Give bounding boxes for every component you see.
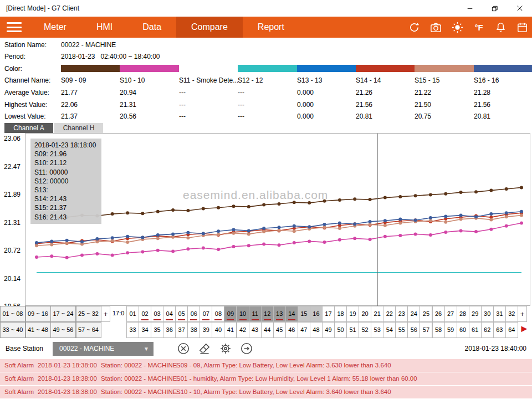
channel-button-59[interactable]: 59 bbox=[444, 322, 457, 338]
channel-button-33[interactable]: 33 bbox=[126, 322, 139, 338]
channel-button-22[interactable]: 22 bbox=[383, 306, 396, 322]
channel-button-29[interactable]: 29 bbox=[469, 306, 482, 322]
channel-button-14[interactable]: 14 bbox=[285, 306, 298, 322]
channel-button-05[interactable]: 05 bbox=[175, 306, 188, 322]
close-button[interactable] bbox=[507, 0, 532, 17]
channel-button-26[interactable]: 26 bbox=[432, 306, 445, 322]
channel-group-button[interactable]: 33 ~ 40 bbox=[0, 322, 25, 338]
nav-item-report[interactable]: Report bbox=[243, 17, 299, 38]
channel-button-32[interactable]: 32 bbox=[505, 306, 518, 322]
channel-button-55[interactable]: 55 bbox=[395, 322, 408, 338]
channel-button-49[interactable]: 49 bbox=[322, 322, 335, 338]
channel-button-57[interactable]: 57 bbox=[420, 322, 432, 338]
channel-button-64[interactable]: 64 bbox=[505, 322, 518, 338]
channel-button-58[interactable]: 58 bbox=[432, 322, 445, 338]
channel-button-41[interactable]: 41 bbox=[224, 322, 237, 338]
channel-button-20[interactable]: 20 bbox=[359, 306, 371, 322]
alarm-row[interactable]: Soft Alarm2018-01-23 18:38:00Station: 00… bbox=[0, 386, 532, 398]
channel-button-40[interactable]: 40 bbox=[212, 322, 224, 338]
channel-button-08[interactable]: 08 bbox=[212, 306, 224, 322]
channel-button-62[interactable]: 62 bbox=[481, 322, 494, 338]
restore-button[interactable] bbox=[482, 0, 507, 17]
channel-button-01[interactable]: 01 bbox=[126, 306, 139, 322]
channel-group-button[interactable]: 41 ~ 48 bbox=[25, 322, 51, 338]
brightness-icon[interactable] bbox=[451, 21, 464, 34]
alarm-bell-icon[interactable] bbox=[494, 21, 507, 34]
channel-button-12[interactable]: 12 bbox=[261, 306, 274, 322]
tab-channel-a[interactable]: Channel A bbox=[4, 123, 53, 133]
channel-button-50[interactable]: 50 bbox=[334, 322, 347, 338]
channel-button-15[interactable]: 15 bbox=[298, 306, 310, 322]
camera-icon[interactable] bbox=[429, 21, 442, 34]
channel-button-10[interactable]: 10 bbox=[237, 306, 249, 322]
sync-icon[interactable] bbox=[407, 21, 421, 34]
channel-button-24[interactable]: 24 bbox=[407, 306, 420, 322]
nav-item-data[interactable]: Data bbox=[127, 17, 176, 38]
alarm-row[interactable]: Soft Alarm2018-01-23 18:38:00Station: 00… bbox=[0, 359, 532, 372]
channel-button-46[interactable]: 46 bbox=[285, 322, 298, 338]
channel-button-25[interactable]: 25 bbox=[420, 306, 432, 322]
channel-button-35[interactable]: 35 bbox=[151, 322, 163, 338]
channel-button-47[interactable]: 47 bbox=[298, 322, 310, 338]
channel-button-28[interactable]: 28 bbox=[457, 306, 469, 322]
channel-button-43[interactable]: 43 bbox=[249, 322, 262, 338]
alarm-row[interactable]: Soft Alarm2018-01-23 18:38:00Station: 00… bbox=[0, 372, 532, 385]
channel-button-18[interactable]: 18 bbox=[334, 306, 347, 322]
channel-button-06[interactable]: 06 bbox=[187, 306, 200, 322]
channel-button-19[interactable]: 19 bbox=[346, 306, 359, 322]
channel-button-04[interactable]: 04 bbox=[163, 306, 176, 322]
channel-button-27[interactable]: 27 bbox=[444, 306, 457, 322]
channel-button-02[interactable]: 02 bbox=[139, 306, 151, 322]
eraser-icon[interactable] bbox=[197, 341, 212, 356]
channel-button-16[interactable]: 16 bbox=[310, 306, 323, 322]
minimize-button[interactable] bbox=[457, 0, 482, 17]
channel-button-61[interactable]: 61 bbox=[469, 322, 482, 338]
channel-button-44[interactable]: 44 bbox=[261, 322, 274, 338]
channel-group-button[interactable]: 17 ~ 24 bbox=[50, 306, 76, 322]
channel-group-button[interactable]: 01 ~ 08 bbox=[0, 306, 25, 322]
next-page-arrow-icon[interactable]: ► bbox=[519, 323, 529, 335]
cancel-icon[interactable] bbox=[176, 341, 191, 356]
channel-button-13[interactable]: 13 bbox=[273, 306, 286, 322]
channel-button-38[interactable]: 38 bbox=[187, 322, 200, 338]
apply-arrow-icon[interactable] bbox=[239, 341, 254, 356]
nav-item-hmi[interactable]: HMI bbox=[81, 17, 127, 38]
channel-group-button[interactable]: 57 ~ 64 bbox=[76, 322, 101, 338]
channel-button-37[interactable]: 37 bbox=[175, 322, 188, 338]
calendar-icon[interactable] bbox=[515, 21, 529, 34]
channel-button-09[interactable]: 09 bbox=[224, 306, 237, 322]
nav-item-compare[interactable]: Compare bbox=[176, 17, 243, 38]
channel-button-17[interactable]: 17 bbox=[322, 306, 335, 322]
tab-channel-h[interactable]: Channel H bbox=[54, 123, 103, 133]
expand-left-button[interactable]: + bbox=[101, 306, 110, 322]
channel-button-11[interactable]: 11 bbox=[249, 306, 262, 322]
channel-button-39[interactable]: 39 bbox=[200, 322, 212, 338]
expand-right-button[interactable]: + bbox=[518, 306, 527, 322]
channel-button-45[interactable]: 45 bbox=[273, 322, 286, 338]
channel-button-52[interactable]: 52 bbox=[359, 322, 371, 338]
channel-group-button[interactable]: 09 ~ 16 bbox=[25, 306, 51, 322]
channel-button-42[interactable]: 42 bbox=[237, 322, 249, 338]
channel-button-54[interactable]: 54 bbox=[383, 322, 396, 338]
base-station-dropdown[interactable]: 00022 - MACHINE ▼ bbox=[53, 342, 154, 356]
channel-button-31[interactable]: 31 bbox=[493, 306, 506, 322]
channel-button-60[interactable]: 60 bbox=[457, 322, 469, 338]
channel-button-30[interactable]: 30 bbox=[481, 306, 494, 322]
channel-button-51[interactable]: 51 bbox=[346, 322, 359, 338]
channel-button-03[interactable]: 03 bbox=[151, 306, 163, 322]
channel-button-07[interactable]: 07 bbox=[200, 306, 212, 322]
channel-button-21[interactable]: 21 bbox=[371, 306, 383, 322]
channel-group-button[interactable]: 25 ~ 32 bbox=[76, 306, 101, 322]
menu-icon[interactable] bbox=[7, 22, 22, 32]
channel-button-56[interactable]: 56 bbox=[407, 322, 420, 338]
channel-button-23[interactable]: 23 bbox=[395, 306, 408, 322]
nav-item-meter[interactable]: Meter bbox=[29, 17, 81, 38]
channel-button-36[interactable]: 36 bbox=[163, 322, 176, 338]
channel-group-button[interactable]: 49 ~ 56 bbox=[50, 322, 76, 338]
fahrenheit-icon[interactable]: °F bbox=[472, 21, 485, 34]
settings-gear-icon[interactable] bbox=[218, 341, 233, 356]
channel-button-34[interactable]: 34 bbox=[139, 322, 151, 338]
channel-button-63[interactable]: 63 bbox=[493, 322, 506, 338]
channel-button-48[interactable]: 48 bbox=[310, 322, 323, 338]
channel-button-53[interactable]: 53 bbox=[371, 322, 383, 338]
